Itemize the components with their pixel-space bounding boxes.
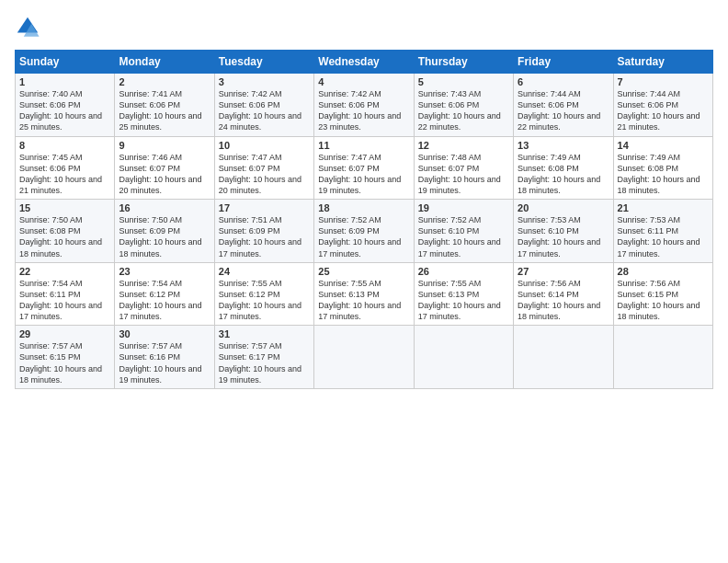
cell-details: Sunrise: 7:57 AMSunset: 6:17 PMDaylight:… (219, 341, 301, 384)
day-number: 29 (19, 328, 110, 339)
day-number: 23 (119, 266, 210, 277)
day-number: 15 (19, 202, 110, 213)
day-number: 8 (19, 140, 110, 151)
day-number: 30 (119, 328, 210, 339)
cell-details: Sunrise: 7:49 AMSunset: 6:08 PMDaylight:… (518, 153, 600, 195)
calendar-cell: 24 Sunrise: 7:55 AMSunset: 6:12 PMDaylig… (214, 262, 313, 326)
calendar-cell (613, 326, 712, 389)
calendar-cell: 22 Sunrise: 7:54 AMSunset: 6:11 PMDaylig… (16, 262, 115, 326)
day-header-friday: Friday (514, 51, 613, 74)
cell-details: Sunrise: 7:55 AMSunset: 6:13 PMDaylight:… (318, 279, 401, 321)
cell-details: Sunrise: 7:40 AMSunset: 6:06 PMDaylight:… (19, 89, 102, 132)
day-number: 1 (19, 76, 110, 87)
calendar-cell: 4 Sunrise: 7:42 AMSunset: 6:06 PMDayligh… (314, 74, 414, 137)
calendar-week-row: 29 Sunrise: 7:57 AMSunset: 6:15 PMDaylig… (16, 326, 713, 389)
cell-details: Sunrise: 7:47 AMSunset: 6:07 PMDaylight:… (318, 153, 401, 195)
calendar-week-row: 15 Sunrise: 7:50 AMSunset: 6:08 PMDaylig… (16, 200, 713, 263)
day-number: 20 (518, 202, 609, 213)
day-number: 7 (618, 76, 709, 87)
cell-details: Sunrise: 7:44 AMSunset: 6:06 PMDaylight:… (618, 89, 700, 132)
cell-details: Sunrise: 7:53 AMSunset: 6:11 PMDaylight:… (618, 215, 700, 258)
cell-details: Sunrise: 7:49 AMSunset: 6:08 PMDaylight:… (618, 153, 700, 195)
cell-details: Sunrise: 7:48 AMSunset: 6:07 PMDaylight:… (418, 153, 501, 195)
calendar-cell: 31 Sunrise: 7:57 AMSunset: 6:17 PMDaylig… (214, 326, 313, 389)
cell-details: Sunrise: 7:41 AMSunset: 6:06 PMDaylight:… (119, 89, 201, 132)
day-number: 13 (518, 140, 609, 151)
calendar-cell: 5 Sunrise: 7:43 AMSunset: 6:06 PMDayligh… (414, 74, 513, 137)
calendar-cell: 12 Sunrise: 7:48 AMSunset: 6:07 PMDaylig… (414, 136, 513, 200)
day-number: 3 (219, 76, 310, 87)
calendar-header-row: SundayMondayTuesdayWednesdayThursdayFrid… (16, 51, 713, 74)
cell-details: Sunrise: 7:43 AMSunset: 6:06 PMDaylight:… (418, 89, 501, 132)
logo (15, 15, 44, 40)
calendar-cell (314, 326, 414, 389)
day-header-saturday: Saturday (613, 51, 712, 74)
calendar-cell: 20 Sunrise: 7:53 AMSunset: 6:10 PMDaylig… (514, 200, 613, 263)
day-header-monday: Monday (115, 51, 214, 74)
page: SundayMondayTuesdayWednesdayThursdayFrid… (0, 0, 728, 563)
cell-details: Sunrise: 7:50 AMSunset: 6:08 PMDaylight:… (19, 215, 102, 258)
calendar-cell: 10 Sunrise: 7:47 AMSunset: 6:07 PMDaylig… (214, 136, 313, 200)
day-header-tuesday: Tuesday (214, 51, 313, 74)
cell-details: Sunrise: 7:46 AMSunset: 6:07 PMDaylight:… (119, 153, 201, 195)
day-number: 11 (318, 140, 409, 151)
day-number: 27 (518, 266, 609, 277)
calendar-cell: 6 Sunrise: 7:44 AMSunset: 6:06 PMDayligh… (514, 74, 613, 137)
cell-details: Sunrise: 7:45 AMSunset: 6:06 PMDaylight:… (19, 153, 102, 195)
calendar-cell: 16 Sunrise: 7:50 AMSunset: 6:09 PMDaylig… (115, 200, 214, 263)
day-number: 2 (119, 76, 210, 87)
cell-details: Sunrise: 7:54 AMSunset: 6:11 PMDaylight:… (19, 279, 102, 321)
header (15, 15, 713, 40)
day-number: 21 (618, 202, 709, 213)
day-number: 19 (418, 202, 509, 213)
day-number: 16 (119, 202, 210, 213)
calendar-week-row: 8 Sunrise: 7:45 AMSunset: 6:06 PMDayligh… (16, 136, 713, 200)
day-number: 10 (219, 140, 310, 151)
calendar-cell (514, 326, 613, 389)
cell-details: Sunrise: 7:53 AMSunset: 6:10 PMDaylight:… (518, 215, 600, 258)
day-number: 12 (418, 140, 509, 151)
calendar-cell: 7 Sunrise: 7:44 AMSunset: 6:06 PMDayligh… (613, 74, 712, 137)
cell-details: Sunrise: 7:51 AMSunset: 6:09 PMDaylight:… (219, 215, 301, 258)
day-header-wednesday: Wednesday (314, 51, 414, 74)
logo-icon (15, 15, 40, 40)
cell-details: Sunrise: 7:57 AMSunset: 6:16 PMDaylight:… (119, 341, 201, 384)
calendar-cell: 14 Sunrise: 7:49 AMSunset: 6:08 PMDaylig… (613, 136, 712, 200)
calendar-cell: 2 Sunrise: 7:41 AMSunset: 6:06 PMDayligh… (115, 74, 214, 137)
calendar-cell: 26 Sunrise: 7:55 AMSunset: 6:13 PMDaylig… (414, 262, 513, 326)
cell-details: Sunrise: 7:52 AMSunset: 6:10 PMDaylight:… (418, 215, 501, 258)
calendar-cell: 8 Sunrise: 7:45 AMSunset: 6:06 PMDayligh… (16, 136, 115, 200)
calendar-cell: 23 Sunrise: 7:54 AMSunset: 6:12 PMDaylig… (115, 262, 214, 326)
calendar-cell: 21 Sunrise: 7:53 AMSunset: 6:11 PMDaylig… (613, 200, 712, 263)
day-number: 6 (518, 76, 609, 87)
cell-details: Sunrise: 7:42 AMSunset: 6:06 PMDaylight:… (318, 89, 401, 132)
calendar-cell: 25 Sunrise: 7:55 AMSunset: 6:13 PMDaylig… (314, 262, 414, 326)
calendar-week-row: 22 Sunrise: 7:54 AMSunset: 6:11 PMDaylig… (16, 262, 713, 326)
calendar-cell: 11 Sunrise: 7:47 AMSunset: 6:07 PMDaylig… (314, 136, 414, 200)
day-number: 4 (318, 76, 409, 87)
cell-details: Sunrise: 7:42 AMSunset: 6:06 PMDaylight:… (219, 89, 301, 132)
calendar-cell (414, 326, 513, 389)
day-number: 22 (19, 266, 110, 277)
cell-details: Sunrise: 7:47 AMSunset: 6:07 PMDaylight:… (219, 153, 301, 195)
day-number: 31 (219, 328, 310, 339)
day-number: 26 (418, 266, 509, 277)
cell-details: Sunrise: 7:44 AMSunset: 6:06 PMDaylight:… (518, 89, 600, 132)
day-number: 24 (219, 266, 310, 277)
day-number: 25 (318, 266, 409, 277)
cell-details: Sunrise: 7:55 AMSunset: 6:12 PMDaylight:… (219, 279, 301, 321)
calendar-cell: 9 Sunrise: 7:46 AMSunset: 6:07 PMDayligh… (115, 136, 214, 200)
day-number: 9 (119, 140, 210, 151)
cell-details: Sunrise: 7:50 AMSunset: 6:09 PMDaylight:… (119, 215, 201, 258)
calendar-cell: 1 Sunrise: 7:40 AMSunset: 6:06 PMDayligh… (16, 74, 115, 137)
cell-details: Sunrise: 7:52 AMSunset: 6:09 PMDaylight:… (318, 215, 401, 258)
day-number: 18 (318, 202, 409, 213)
day-number: 14 (618, 140, 709, 151)
calendar-cell: 15 Sunrise: 7:50 AMSunset: 6:08 PMDaylig… (16, 200, 115, 263)
calendar-cell: 30 Sunrise: 7:57 AMSunset: 6:16 PMDaylig… (115, 326, 214, 389)
calendar-table: SundayMondayTuesdayWednesdayThursdayFrid… (15, 50, 713, 389)
cell-details: Sunrise: 7:56 AMSunset: 6:14 PMDaylight:… (518, 279, 600, 321)
calendar-cell: 18 Sunrise: 7:52 AMSunset: 6:09 PMDaylig… (314, 200, 414, 263)
day-number: 5 (418, 76, 509, 87)
calendar-cell: 29 Sunrise: 7:57 AMSunset: 6:15 PMDaylig… (16, 326, 115, 389)
